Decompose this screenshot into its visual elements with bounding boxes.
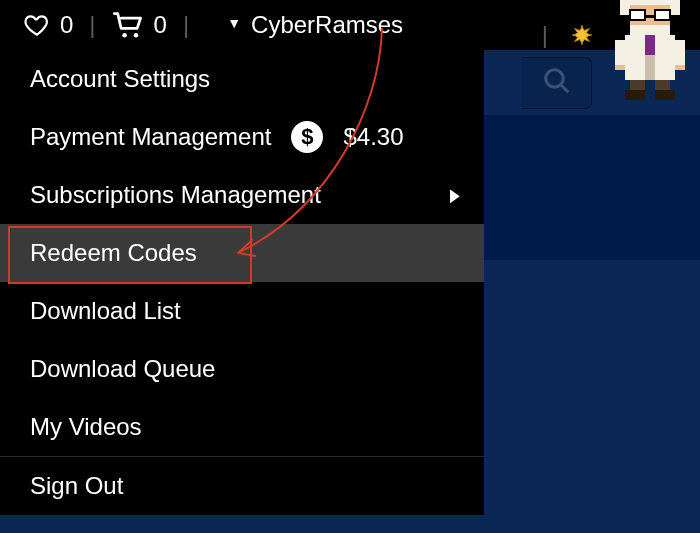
menu-item-sign-out[interactable]: Sign Out [0,457,484,515]
svg-point-0 [122,33,127,38]
svg-line-26 [560,84,568,92]
svg-rect-5 [620,0,630,15]
menu-item-label: Redeem Codes [30,239,197,267]
svg-rect-9 [655,10,670,20]
cart-button[interactable]: 0 [112,11,167,39]
username-label: CyberRamses [251,11,403,39]
wishlist-button[interactable]: 0 [24,11,73,39]
separator: | [536,21,554,49]
wallet-balance: $4.30 [343,123,403,151]
svg-point-1 [133,33,138,38]
svg-rect-6 [670,0,680,15]
menu-item-download-queue[interactable]: Download Queue [0,340,484,398]
menu-item-download-list[interactable]: Download List [0,282,484,340]
menu-item-label: Download List [30,297,181,325]
account-dropdown-menu: Account Settings Payment Management $ $4… [0,50,484,515]
svg-point-25 [545,69,563,87]
avatar[interactable] [610,0,690,100]
svg-rect-8 [630,10,645,20]
svg-rect-3 [576,33,588,36]
menu-item-redeem-codes[interactable]: Redeem Codes [0,224,484,282]
svg-rect-19 [615,65,625,70]
svg-rect-12 [645,15,655,18]
menu-item-label: Subscriptions Management [30,181,321,209]
menu-item-label: Account Settings [30,65,210,93]
svg-rect-16 [645,35,655,55]
plus-icon[interactable] [568,21,596,49]
cart-icon [112,11,144,39]
search-button[interactable] [522,57,592,109]
caret-down-icon: ▼ [227,15,241,31]
menu-item-subscriptions[interactable]: Subscriptions Management ▶ [0,166,484,224]
svg-rect-24 [655,90,675,100]
svg-rect-23 [625,90,645,100]
wishlist-count: 0 [60,11,73,39]
dollar-icon: $ [291,121,323,153]
menu-item-account-settings[interactable]: Account Settings [0,50,484,108]
account-dropdown-trigger[interactable]: ▼ CyberRamses [227,11,403,39]
svg-rect-20 [675,65,685,70]
cart-count: 0 [154,11,167,39]
chevron-right-icon: ▶ [450,184,460,206]
sub-bar [484,50,600,115]
menu-item-my-videos[interactable]: My Videos [0,398,484,456]
separator: | [177,11,195,39]
menu-item-payment-management[interactable]: Payment Management $ $4.30 [0,108,484,166]
search-icon [542,66,572,100]
svg-rect-13 [630,25,670,35]
heart-icon [24,12,50,38]
nav-band [484,115,700,260]
menu-item-label: Download Queue [30,355,215,383]
separator: | [83,11,101,39]
menu-item-label: My Videos [30,413,142,441]
menu-item-label: Payment Management [30,123,271,151]
svg-rect-4 [625,0,675,5]
menu-item-label: Sign Out [30,472,123,500]
